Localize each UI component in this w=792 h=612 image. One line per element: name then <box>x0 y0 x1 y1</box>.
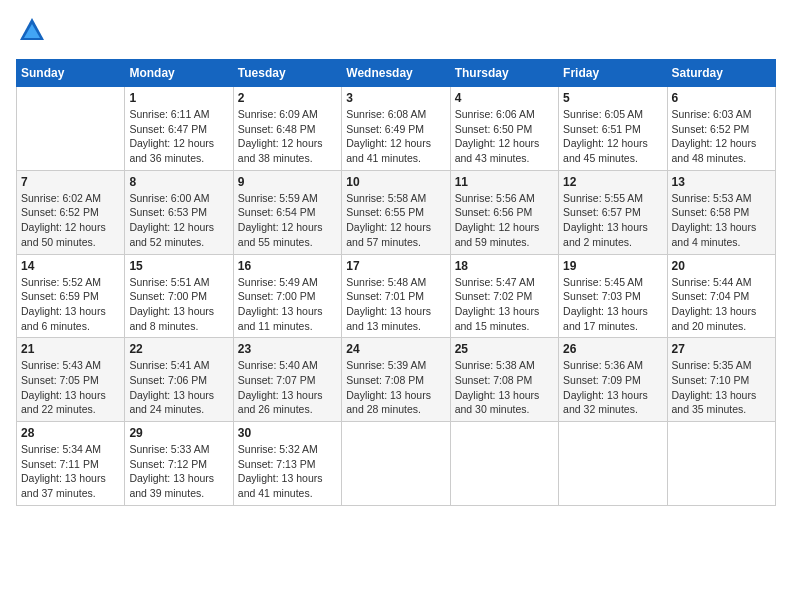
logo-text <box>16 16 46 49</box>
day-info: Sunrise: 5:51 AM Sunset: 7:00 PM Dayligh… <box>129 275 228 334</box>
page-header <box>16 16 776 49</box>
day-info: Sunrise: 5:40 AM Sunset: 7:07 PM Dayligh… <box>238 358 337 417</box>
day-number: 8 <box>129 175 228 189</box>
day-number: 19 <box>563 259 662 273</box>
day-number: 12 <box>563 175 662 189</box>
calendar-cell: 20Sunrise: 5:44 AM Sunset: 7:04 PM Dayli… <box>667 254 775 338</box>
day-info: Sunrise: 5:39 AM Sunset: 7:08 PM Dayligh… <box>346 358 445 417</box>
day-number: 21 <box>21 342 120 356</box>
day-header: Monday <box>125 60 233 87</box>
day-header: Sunday <box>17 60 125 87</box>
day-info: Sunrise: 5:58 AM Sunset: 6:55 PM Dayligh… <box>346 191 445 250</box>
calendar-week-row: 21Sunrise: 5:43 AM Sunset: 7:05 PM Dayli… <box>17 338 776 422</box>
day-info: Sunrise: 5:59 AM Sunset: 6:54 PM Dayligh… <box>238 191 337 250</box>
day-info: Sunrise: 5:34 AM Sunset: 7:11 PM Dayligh… <box>21 442 120 501</box>
calendar-cell: 14Sunrise: 5:52 AM Sunset: 6:59 PM Dayli… <box>17 254 125 338</box>
calendar-cell <box>450 422 558 506</box>
day-number: 28 <box>21 426 120 440</box>
day-number: 18 <box>455 259 554 273</box>
day-number: 7 <box>21 175 120 189</box>
day-number: 11 <box>455 175 554 189</box>
calendar-table: SundayMondayTuesdayWednesdayThursdayFrid… <box>16 59 776 506</box>
day-info: Sunrise: 5:44 AM Sunset: 7:04 PM Dayligh… <box>672 275 771 334</box>
day-number: 26 <box>563 342 662 356</box>
calendar-cell: 8Sunrise: 6:00 AM Sunset: 6:53 PM Daylig… <box>125 170 233 254</box>
day-info: Sunrise: 6:06 AM Sunset: 6:50 PM Dayligh… <box>455 107 554 166</box>
calendar-cell: 9Sunrise: 5:59 AM Sunset: 6:54 PM Daylig… <box>233 170 341 254</box>
calendar-cell: 23Sunrise: 5:40 AM Sunset: 7:07 PM Dayli… <box>233 338 341 422</box>
calendar-cell: 10Sunrise: 5:58 AM Sunset: 6:55 PM Dayli… <box>342 170 450 254</box>
day-number: 4 <box>455 91 554 105</box>
calendar-cell: 26Sunrise: 5:36 AM Sunset: 7:09 PM Dayli… <box>559 338 667 422</box>
day-info: Sunrise: 6:11 AM Sunset: 6:47 PM Dayligh… <box>129 107 228 166</box>
calendar-cell: 16Sunrise: 5:49 AM Sunset: 7:00 PM Dayli… <box>233 254 341 338</box>
calendar-cell: 4Sunrise: 6:06 AM Sunset: 6:50 PM Daylig… <box>450 87 558 171</box>
calendar-cell: 3Sunrise: 6:08 AM Sunset: 6:49 PM Daylig… <box>342 87 450 171</box>
calendar-cell <box>17 87 125 171</box>
day-info: Sunrise: 6:00 AM Sunset: 6:53 PM Dayligh… <box>129 191 228 250</box>
calendar-cell: 27Sunrise: 5:35 AM Sunset: 7:10 PM Dayli… <box>667 338 775 422</box>
calendar-cell <box>559 422 667 506</box>
calendar-cell: 22Sunrise: 5:41 AM Sunset: 7:06 PM Dayli… <box>125 338 233 422</box>
day-info: Sunrise: 6:02 AM Sunset: 6:52 PM Dayligh… <box>21 191 120 250</box>
calendar-cell: 15Sunrise: 5:51 AM Sunset: 7:00 PM Dayli… <box>125 254 233 338</box>
day-info: Sunrise: 6:08 AM Sunset: 6:49 PM Dayligh… <box>346 107 445 166</box>
day-number: 22 <box>129 342 228 356</box>
calendar-cell: 18Sunrise: 5:47 AM Sunset: 7:02 PM Dayli… <box>450 254 558 338</box>
day-number: 14 <box>21 259 120 273</box>
calendar-week-row: 7Sunrise: 6:02 AM Sunset: 6:52 PM Daylig… <box>17 170 776 254</box>
day-info: Sunrise: 5:56 AM Sunset: 6:56 PM Dayligh… <box>455 191 554 250</box>
day-number: 17 <box>346 259 445 273</box>
calendar-cell: 25Sunrise: 5:38 AM Sunset: 7:08 PM Dayli… <box>450 338 558 422</box>
day-number: 29 <box>129 426 228 440</box>
calendar-cell: 2Sunrise: 6:09 AM Sunset: 6:48 PM Daylig… <box>233 87 341 171</box>
calendar-week-row: 14Sunrise: 5:52 AM Sunset: 6:59 PM Dayli… <box>17 254 776 338</box>
calendar-week-row: 1Sunrise: 6:11 AM Sunset: 6:47 PM Daylig… <box>17 87 776 171</box>
calendar-cell: 19Sunrise: 5:45 AM Sunset: 7:03 PM Dayli… <box>559 254 667 338</box>
day-header: Saturday <box>667 60 775 87</box>
calendar-cell: 21Sunrise: 5:43 AM Sunset: 7:05 PM Dayli… <box>17 338 125 422</box>
day-number: 3 <box>346 91 445 105</box>
logo <box>16 16 46 49</box>
day-info: Sunrise: 5:45 AM Sunset: 7:03 PM Dayligh… <box>563 275 662 334</box>
day-number: 15 <box>129 259 228 273</box>
day-number: 1 <box>129 91 228 105</box>
calendar-cell: 29Sunrise: 5:33 AM Sunset: 7:12 PM Dayli… <box>125 422 233 506</box>
day-number: 5 <box>563 91 662 105</box>
calendar-cell: 6Sunrise: 6:03 AM Sunset: 6:52 PM Daylig… <box>667 87 775 171</box>
day-info: Sunrise: 5:49 AM Sunset: 7:00 PM Dayligh… <box>238 275 337 334</box>
day-number: 2 <box>238 91 337 105</box>
calendar-cell: 7Sunrise: 6:02 AM Sunset: 6:52 PM Daylig… <box>17 170 125 254</box>
day-number: 25 <box>455 342 554 356</box>
calendar-cell: 13Sunrise: 5:53 AM Sunset: 6:58 PM Dayli… <box>667 170 775 254</box>
day-number: 24 <box>346 342 445 356</box>
day-number: 6 <box>672 91 771 105</box>
logo-icon <box>18 16 46 44</box>
day-info: Sunrise: 5:47 AM Sunset: 7:02 PM Dayligh… <box>455 275 554 334</box>
day-info: Sunrise: 6:05 AM Sunset: 6:51 PM Dayligh… <box>563 107 662 166</box>
calendar-cell: 5Sunrise: 6:05 AM Sunset: 6:51 PM Daylig… <box>559 87 667 171</box>
day-info: Sunrise: 5:41 AM Sunset: 7:06 PM Dayligh… <box>129 358 228 417</box>
day-info: Sunrise: 5:53 AM Sunset: 6:58 PM Dayligh… <box>672 191 771 250</box>
calendar-cell <box>342 422 450 506</box>
day-info: Sunrise: 5:35 AM Sunset: 7:10 PM Dayligh… <box>672 358 771 417</box>
calendar-cell: 17Sunrise: 5:48 AM Sunset: 7:01 PM Dayli… <box>342 254 450 338</box>
day-header: Friday <box>559 60 667 87</box>
day-info: Sunrise: 5:48 AM Sunset: 7:01 PM Dayligh… <box>346 275 445 334</box>
calendar-cell: 1Sunrise: 6:11 AM Sunset: 6:47 PM Daylig… <box>125 87 233 171</box>
day-number: 20 <box>672 259 771 273</box>
day-info: Sunrise: 5:52 AM Sunset: 6:59 PM Dayligh… <box>21 275 120 334</box>
day-number: 10 <box>346 175 445 189</box>
day-info: Sunrise: 5:38 AM Sunset: 7:08 PM Dayligh… <box>455 358 554 417</box>
day-number: 23 <box>238 342 337 356</box>
day-number: 13 <box>672 175 771 189</box>
day-header: Wednesday <box>342 60 450 87</box>
day-info: Sunrise: 5:36 AM Sunset: 7:09 PM Dayligh… <box>563 358 662 417</box>
day-info: Sunrise: 5:43 AM Sunset: 7:05 PM Dayligh… <box>21 358 120 417</box>
day-info: Sunrise: 6:03 AM Sunset: 6:52 PM Dayligh… <box>672 107 771 166</box>
day-number: 16 <box>238 259 337 273</box>
day-info: Sunrise: 5:55 AM Sunset: 6:57 PM Dayligh… <box>563 191 662 250</box>
day-info: Sunrise: 5:33 AM Sunset: 7:12 PM Dayligh… <box>129 442 228 501</box>
day-info: Sunrise: 5:32 AM Sunset: 7:13 PM Dayligh… <box>238 442 337 501</box>
calendar-cell: 12Sunrise: 5:55 AM Sunset: 6:57 PM Dayli… <box>559 170 667 254</box>
